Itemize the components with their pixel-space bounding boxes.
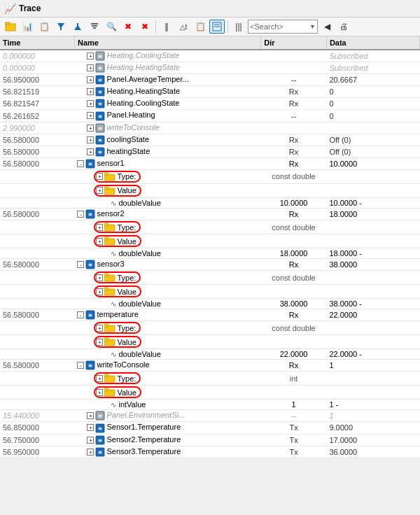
table-row[interactable]: 2.990000+≋writeToConsole (0, 122, 420, 134)
cell-data: 0 (326, 86, 419, 98)
table-row[interactable]: +Value (0, 285, 420, 299)
tb-btn-close2[interactable]: ✖ (137, 20, 153, 34)
expand-btn[interactable]: + (87, 100, 94, 107)
table-row[interactable]: 56.950000+≋Panel.AverageTemper...--20.66… (0, 74, 420, 86)
tb-btn-pause[interactable]: ‖ (159, 20, 174, 34)
search-dropdown[interactable]: <Search> ▼ (248, 20, 318, 34)
tb-btn-delta[interactable]: △t (176, 20, 191, 34)
cell-dir (261, 183, 327, 197)
col-header-dir: Dir (261, 36, 327, 50)
cell-time (0, 299, 74, 309)
expand-btn[interactable]: + (96, 389, 103, 396)
table-row[interactable]: 56.821547+≋Heating.CoolingStateRx0 (0, 98, 420, 110)
expand-btn[interactable]: + (96, 173, 103, 180)
expand-btn[interactable]: + (87, 125, 94, 132)
table-row[interactable]: +Type:const double (0, 220, 420, 234)
expand-btn[interactable]: + (96, 375, 103, 382)
table-row[interactable]: +Type:const double (0, 321, 420, 335)
expand-btn[interactable]: + (87, 148, 94, 155)
row-name: Heating.HeatingState (106, 87, 180, 95)
cell-data: 10.0000 (326, 157, 419, 169)
cell-data: Off (0) (326, 146, 419, 157)
type-value-label: Value (117, 288, 136, 296)
cell-name: +Type: (74, 372, 260, 386)
trace-scroll-area[interactable]: Time Name Dir Data 0.000000+≋Heating.Coo… (0, 36, 420, 458)
table-row[interactable]: 15.440000+≋Panel.EnvironmentSi...--1 (0, 410, 420, 422)
table-row[interactable]: +Type:const double (0, 271, 420, 285)
expand-btn[interactable]: + (87, 64, 94, 71)
table-row[interactable]: 56.950000+≋Sensor3.TemperatureTx36.0000 (0, 446, 420, 458)
table-row[interactable]: 56.821519+≋Heating.HeatingStateRx0 (0, 86, 420, 98)
row-name: Panel.AverageTemper... (106, 75, 188, 83)
cell-name: +≋Panel.AverageTemper... (74, 74, 260, 86)
table-row[interactable]: 56.580000-≋writeToConsoleRx1 (0, 360, 420, 372)
tb-btn-2[interactable]: 📊 (20, 20, 35, 34)
expand-btn[interactable]: + (96, 187, 103, 194)
table-row[interactable]: 56.850000+≋Sensor1.TemperatureTx9.0000 (0, 422, 420, 434)
cell-name: -≋temperature (74, 309, 260, 321)
table-row[interactable]: 56.750000+≋Sensor2.TemperatureTx17.0000 (0, 434, 420, 446)
tb-btn-prev[interactable]: ◀ (319, 20, 335, 34)
expand-btn[interactable]: + (96, 325, 103, 332)
expand-btn[interactable]: + (87, 424, 94, 431)
table-row[interactable]: +Value (0, 386, 420, 400)
expand-btn[interactable]: + (96, 238, 103, 245)
table-row[interactable]: +Type:int (0, 372, 420, 386)
expand-btn[interactable]: + (87, 412, 94, 419)
table-row[interactable]: 56.580000+≋heatingStateRxOff (0) (0, 146, 420, 157)
expand-btn[interactable]: + (96, 224, 103, 231)
tb-btn-close[interactable]: ✖ (120, 20, 136, 34)
tb-btn-search[interactable]: 🔍 (104, 20, 119, 34)
type-value-label: Type: (117, 274, 136, 282)
tb-btn-3[interactable]: 📋 (36, 20, 52, 34)
collapse-btn[interactable]: - (77, 362, 84, 369)
tb-btn-print[interactable]: 🖨 (336, 20, 351, 34)
expand-btn[interactable]: + (96, 274, 103, 281)
expand-btn[interactable]: + (87, 449, 94, 456)
table-row[interactable]: 56.580000-≋sensor2Rx18.0000 (0, 208, 420, 220)
table-row[interactable]: ∿doubleValue18.000018.0000 - (0, 248, 420, 259)
collapse-btn[interactable]: - (77, 311, 84, 318)
table-row[interactable]: 0.000000+≋Heating.HeatingStateSubscribed (0, 62, 420, 74)
expand-btn[interactable]: + (87, 88, 94, 95)
tb-btn-filter[interactable] (87, 20, 102, 34)
table-row[interactable]: 56.580000-≋sensor3Rx38.0000 (0, 259, 420, 271)
table-row[interactable]: ∿doubleValue22.000022.0000 - (0, 349, 420, 360)
cell-name: -≋sensor1 (74, 157, 260, 169)
cell-dir: Rx (261, 360, 327, 372)
col-header-data: Data (326, 36, 419, 50)
svg-marker-3 (74, 23, 81, 30)
collapse-btn[interactable]: - (77, 261, 84, 268)
table-row[interactable]: +Type:const double (0, 169, 420, 183)
table-row[interactable]: ∿doubleValue10.000010.0000 - (0, 197, 420, 208)
expand-btn[interactable]: + (96, 288, 103, 295)
expand-btn[interactable]: + (87, 112, 94, 119)
tb-btn-cols[interactable]: ||| (231, 20, 246, 34)
cell-data: 36.0000 (326, 446, 419, 458)
table-row[interactable]: 56.261652+≋Panel.Heating--0 (0, 110, 420, 122)
expand-btn[interactable]: + (87, 437, 94, 444)
table-row[interactable]: ∿doubleValue38.000038.0000 - (0, 299, 420, 309)
expand-btn[interactable]: + (87, 136, 94, 143)
table-row[interactable]: +Value (0, 234, 420, 248)
expand-btn[interactable]: + (87, 76, 94, 83)
cell-dir: Rx (261, 157, 327, 169)
tb-btn-1[interactable] (3, 20, 18, 34)
tb-btn-filter-up[interactable] (70, 20, 85, 34)
collapse-btn[interactable]: - (77, 211, 84, 218)
tb-btn-active[interactable] (209, 20, 225, 34)
collapse-btn[interactable]: - (77, 160, 84, 167)
tb-btn-copy[interactable]: 📋 (192, 20, 208, 34)
tb-btn-filter-down[interactable] (53, 20, 69, 34)
table-row[interactable]: 56.580000-≋sensor1Rx10.0000 (0, 157, 420, 169)
svg-text:≋: ≋ (98, 66, 102, 71)
expand-btn[interactable]: + (96, 339, 103, 346)
table-row[interactable]: 56.580000+≋coolingStateRxOff (0) (0, 134, 420, 146)
table-row[interactable]: 56.580000-≋temperatureRx22.0000 (0, 309, 420, 321)
table-row[interactable]: 0.000000+≋Heating.CoolingStateSubscribed (0, 50, 420, 62)
svg-rect-49 (104, 324, 108, 327)
table-row[interactable]: ∿intValue11 - (0, 400, 420, 410)
expand-btn[interactable]: + (87, 52, 94, 59)
table-row[interactable]: +Value (0, 335, 420, 349)
table-row[interactable]: +Value (0, 183, 420, 197)
